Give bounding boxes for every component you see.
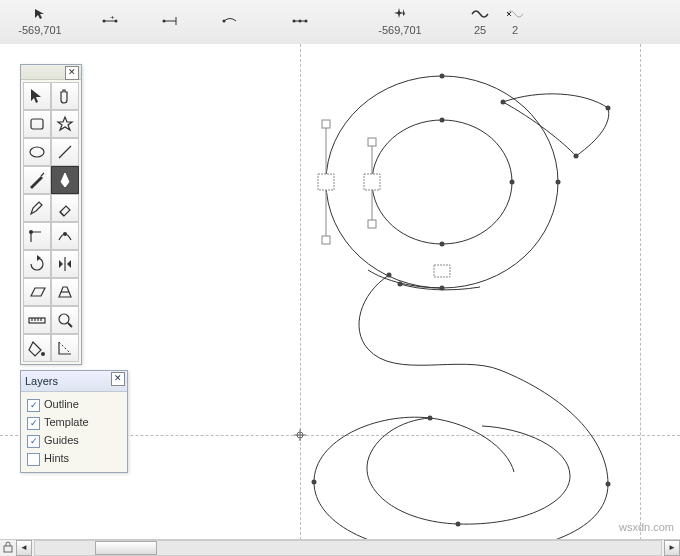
layers-body: ✓Outline✓Template✓GuidesHints bbox=[21, 392, 127, 472]
knife-tool[interactable] bbox=[23, 166, 51, 194]
svg-point-24 bbox=[606, 482, 611, 487]
svg-point-40 bbox=[30, 147, 44, 157]
svg-line-41 bbox=[59, 146, 71, 158]
layer-label: Outline bbox=[44, 398, 79, 411]
layer-label: Hints bbox=[44, 452, 69, 465]
cursor-icon bbox=[34, 6, 46, 22]
svg-point-51 bbox=[59, 314, 69, 324]
close-icon[interactable]: ✕ bbox=[65, 66, 79, 80]
coord-readout-2: -569,701 bbox=[340, 0, 460, 44]
watermark: wsxdn.com bbox=[619, 521, 674, 534]
layer-label: Guides bbox=[44, 434, 79, 447]
layers-header[interactable]: Layers ✕ bbox=[21, 371, 127, 392]
svg-point-53 bbox=[41, 352, 45, 356]
svg-point-43 bbox=[29, 230, 33, 234]
node-tangent-icon bbox=[160, 13, 180, 29]
scroll-right-button[interactable]: ► bbox=[664, 540, 680, 556]
lock-icon[interactable] bbox=[2, 541, 16, 555]
layers-panel: Layers ✕ ✓Outline✓Template✓GuidesHints bbox=[20, 370, 128, 473]
close-icon[interactable]: ✕ bbox=[111, 372, 125, 386]
svg-point-14 bbox=[440, 74, 445, 79]
svg-rect-38 bbox=[434, 265, 450, 277]
layer-row[interactable]: Hints bbox=[27, 450, 121, 468]
node-curve-icon bbox=[220, 13, 240, 29]
layer-label: Template bbox=[44, 416, 89, 429]
tangent-tool[interactable] bbox=[51, 222, 79, 250]
svg-point-13 bbox=[372, 120, 512, 244]
svg-point-2 bbox=[115, 20, 118, 23]
svg-rect-32 bbox=[322, 236, 330, 244]
corner-tool[interactable] bbox=[23, 222, 51, 250]
svg-rect-31 bbox=[322, 120, 330, 128]
mirror-tool[interactable] bbox=[51, 250, 79, 278]
fill-tool[interactable] bbox=[23, 334, 51, 362]
svg-point-25 bbox=[312, 480, 317, 485]
star-tool[interactable] bbox=[51, 110, 79, 138]
ellipse-tool[interactable] bbox=[23, 138, 51, 166]
svg-point-44 bbox=[63, 232, 67, 236]
layer-row[interactable]: ✓Template bbox=[27, 414, 121, 432]
status-bar: ◄ ► bbox=[0, 539, 680, 556]
svg-point-9 bbox=[299, 20, 302, 23]
svg-point-19 bbox=[440, 286, 445, 291]
svg-rect-37 bbox=[364, 174, 380, 190]
hand-tool[interactable] bbox=[51, 82, 79, 110]
svg-rect-46 bbox=[29, 318, 45, 323]
scroll-thumb[interactable] bbox=[95, 541, 157, 555]
svg-point-12 bbox=[326, 76, 558, 288]
pencil-tool[interactable] bbox=[23, 194, 51, 222]
checkbox[interactable] bbox=[27, 453, 40, 466]
svg-rect-54 bbox=[4, 546, 12, 552]
svg-rect-39 bbox=[31, 119, 43, 129]
svg-line-52 bbox=[68, 323, 72, 327]
svg-point-10 bbox=[305, 20, 308, 23]
svg-point-18 bbox=[440, 242, 445, 247]
checkbox[interactable]: ✓ bbox=[27, 417, 40, 430]
svg-point-27 bbox=[428, 416, 433, 421]
svg-point-22 bbox=[574, 154, 579, 159]
layer-row[interactable]: ✓Guides bbox=[27, 432, 121, 450]
svg-rect-36 bbox=[368, 220, 376, 228]
svg-point-15 bbox=[440, 118, 445, 123]
spark-cursor-icon bbox=[393, 6, 407, 22]
svg-point-29 bbox=[398, 282, 403, 287]
twist-icon bbox=[506, 6, 524, 22]
zoom-tool[interactable] bbox=[51, 306, 79, 334]
scroll-left-button[interactable]: ◄ bbox=[16, 540, 32, 556]
svg-point-16 bbox=[556, 180, 561, 185]
svg-rect-33 bbox=[318, 174, 334, 190]
skew-tool[interactable] bbox=[23, 278, 51, 306]
measure-tool[interactable] bbox=[23, 306, 51, 334]
svg-point-42 bbox=[64, 180, 67, 183]
wave-icon bbox=[471, 6, 489, 22]
eraser-tool[interactable] bbox=[51, 194, 79, 222]
top-info-bar: -569,701 + -569,701 25 2 bbox=[0, 0, 680, 45]
coord-readout: -569,701 bbox=[0, 0, 80, 44]
guide-tool[interactable] bbox=[51, 334, 79, 362]
svg-point-23 bbox=[387, 273, 392, 278]
svg-point-21 bbox=[606, 106, 611, 111]
node-smooth-icon bbox=[290, 13, 310, 29]
svg-point-20 bbox=[501, 100, 506, 105]
perspective-tool[interactable] bbox=[51, 278, 79, 306]
toolbox-panel: ✕ bbox=[20, 64, 82, 365]
svg-point-28 bbox=[456, 522, 461, 527]
layer-row[interactable]: ✓Outline bbox=[27, 396, 121, 414]
h-scrollbar[interactable] bbox=[34, 540, 662, 556]
svg-text:+: + bbox=[110, 16, 115, 22]
rotate-tool[interactable] bbox=[23, 250, 51, 278]
toolbox-header[interactable]: ✕ bbox=[21, 65, 81, 80]
pointer-tool[interactable] bbox=[23, 82, 51, 110]
rect-tool[interactable] bbox=[23, 110, 51, 138]
svg-rect-35 bbox=[368, 138, 376, 146]
pen-tool[interactable] bbox=[51, 166, 79, 194]
tool-grid bbox=[21, 80, 81, 364]
node-add-icon: + bbox=[100, 13, 120, 29]
line-tool[interactable] bbox=[51, 138, 79, 166]
svg-point-17 bbox=[510, 180, 515, 185]
checkbox[interactable]: ✓ bbox=[27, 435, 40, 448]
checkbox[interactable]: ✓ bbox=[27, 399, 40, 412]
